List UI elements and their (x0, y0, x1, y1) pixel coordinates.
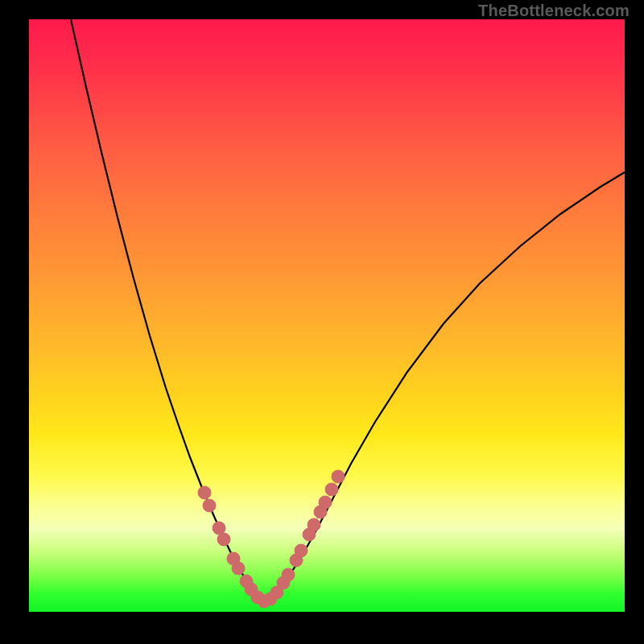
marker-dot (319, 496, 332, 509)
marker-dot (282, 568, 295, 581)
marker-group (198, 470, 345, 608)
marker-dot (232, 562, 245, 575)
chart-frame: TheBottleneck.com (0, 0, 644, 644)
marker-dot (217, 533, 230, 546)
marker-dot (332, 470, 345, 483)
marker-dot (295, 544, 308, 557)
marker-dot (308, 518, 320, 531)
plot-area (29, 19, 625, 612)
bottleneck-curve-right (262, 172, 625, 602)
bottleneck-curve-left (71, 19, 262, 602)
marker-dot (325, 483, 338, 496)
watermark-text: TheBottleneck.com (478, 2, 630, 20)
curve-svg (29, 19, 625, 612)
marker-dot (198, 486, 211, 499)
marker-dot (203, 499, 216, 512)
